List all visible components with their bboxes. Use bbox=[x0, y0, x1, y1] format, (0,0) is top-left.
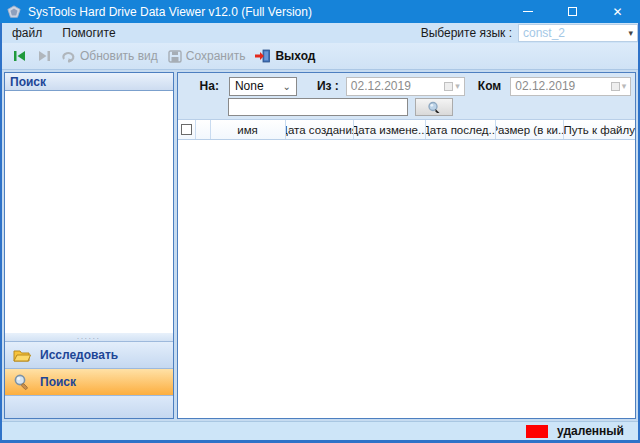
language-label: Выберите язык : bbox=[421, 26, 512, 40]
column-header-date-modified[interactable]: Дата измене... bbox=[354, 120, 426, 139]
chevron-down-icon: ⌄ bbox=[283, 81, 291, 92]
deleted-legend-label: удаленный bbox=[557, 424, 624, 438]
exit-button[interactable]: Выход bbox=[250, 47, 320, 65]
refresh-label: Обновить вид bbox=[80, 49, 158, 63]
last-page-button[interactable] bbox=[32, 48, 56, 64]
minimize-button[interactable] bbox=[505, 0, 550, 23]
filter-from-label: Из : bbox=[317, 79, 339, 93]
refresh-icon bbox=[61, 50, 76, 63]
app-logo-icon bbox=[7, 5, 21, 19]
maximize-icon bbox=[568, 7, 577, 16]
first-page-icon bbox=[13, 50, 27, 62]
filter-from-value: 02.12.2019 bbox=[351, 79, 411, 93]
last-page-icon bbox=[37, 50, 51, 62]
calendar-dropdown-icon: ▾ bbox=[611, 81, 627, 91]
table-body[interactable] bbox=[178, 140, 635, 418]
status-bar: удаленный bbox=[2, 421, 638, 440]
search-panel: Поиск ...... Исследовать Поиск bbox=[4, 72, 174, 419]
filter-on-label: На: bbox=[200, 79, 219, 93]
panel-splitter[interactable]: ...... bbox=[5, 333, 173, 341]
filter-from-datepicker[interactable]: 02.12.2019 ▾ bbox=[346, 77, 465, 96]
deleted-legend-swatch bbox=[526, 425, 548, 438]
save-button[interactable]: Сохранить bbox=[163, 47, 251, 65]
filter-to-value: 02.12.2019 bbox=[515, 79, 575, 93]
nav-item-explore[interactable]: Исследовать bbox=[5, 341, 173, 368]
save-icon bbox=[168, 50, 182, 63]
language-value: const_2 bbox=[523, 26, 565, 40]
results-panel: На: None ⌄ Из : 02.12.2019 ▾ Ком 02.12.2… bbox=[177, 72, 636, 419]
nav-search-label: Поиск bbox=[40, 375, 76, 389]
column-header-date-accessed[interactable]: Дата послед... bbox=[426, 120, 496, 139]
refresh-button[interactable]: Обновить вид bbox=[56, 47, 163, 65]
calendar-dropdown-icon: ▾ bbox=[444, 81, 460, 91]
menu-bar: файл Помогите Выберите язык : const_2 ▾ bbox=[2, 23, 638, 43]
select-all-checkbox[interactable] bbox=[181, 124, 192, 135]
title-bar: SysTools Hard Drive Data Viewer v12.0 (F… bbox=[0, 0, 640, 23]
search-panel-body[interactable] bbox=[5, 91, 173, 333]
window-title: SysTools Hard Drive Data Viewer v12.0 (F… bbox=[28, 5, 312, 19]
search-input[interactable] bbox=[228, 98, 408, 116]
search-panel-header: Поиск bbox=[5, 73, 173, 91]
column-header-icon[interactable] bbox=[196, 120, 211, 139]
menu-help[interactable]: Помогите bbox=[52, 23, 125, 43]
search-icon bbox=[13, 374, 31, 391]
column-header-size[interactable]: Размер (в ки... bbox=[496, 120, 564, 139]
filter-to-datepicker[interactable]: 02.12.2019 ▾ bbox=[510, 77, 631, 96]
first-page-button[interactable] bbox=[8, 48, 32, 64]
exit-label: Выход bbox=[275, 49, 315, 63]
search-go-button[interactable] bbox=[415, 98, 453, 116]
filter-area: На: None ⌄ Из : 02.12.2019 ▾ Ком 02.12.2… bbox=[178, 73, 635, 119]
exit-icon bbox=[255, 49, 271, 63]
folder-icon bbox=[13, 348, 31, 363]
chevron-down-icon: ▾ bbox=[628, 28, 633, 38]
filter-to-label: Ком bbox=[478, 79, 501, 93]
column-header-date-created[interactable]: Дата создания bbox=[286, 120, 354, 139]
nav-explore-label: Исследовать bbox=[40, 348, 118, 362]
filter-on-select[interactable]: None ⌄ bbox=[229, 77, 297, 96]
table-header-row: имя Дата создания Дата измене... Дата по… bbox=[178, 119, 635, 140]
filter-on-value: None bbox=[235, 79, 264, 93]
toolbar: Обновить вид Сохранить Выход bbox=[2, 43, 638, 70]
menu-file[interactable]: файл bbox=[2, 23, 52, 43]
close-button[interactable]: ✕ bbox=[595, 0, 640, 23]
magnifier-icon bbox=[426, 101, 442, 114]
language-select[interactable]: const_2 ▾ bbox=[518, 24, 638, 42]
close-icon: ✕ bbox=[612, 6, 622, 18]
nav-item-search[interactable]: Поиск bbox=[5, 368, 173, 395]
workspace: Поиск ...... Исследовать Поиск bbox=[2, 70, 638, 421]
window-frame: файл Помогите Выберите язык : const_2 ▾ bbox=[0, 23, 640, 443]
minimize-icon bbox=[523, 11, 533, 12]
save-label: Сохранить bbox=[186, 49, 246, 63]
select-all-header[interactable] bbox=[178, 120, 196, 139]
column-header-name[interactable]: имя bbox=[211, 120, 286, 139]
nav-filler bbox=[5, 395, 173, 418]
maximize-button[interactable] bbox=[550, 0, 595, 23]
splitter-dots: ...... bbox=[77, 335, 101, 339]
column-header-path[interactable]: Путь к файлу bbox=[564, 120, 635, 139]
